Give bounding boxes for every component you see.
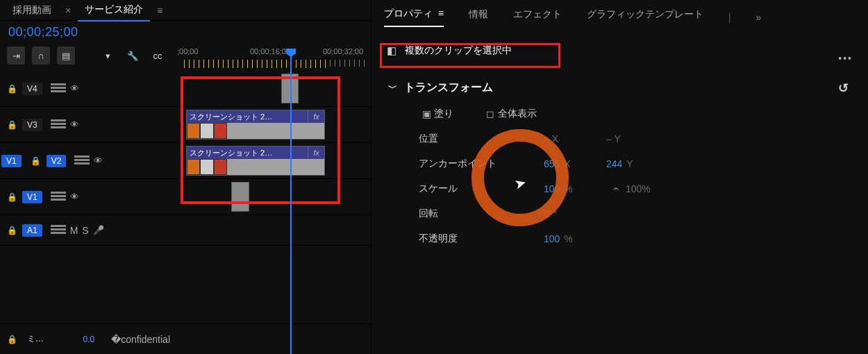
rotation-unit: ° (553, 208, 558, 219)
eye-icon[interactable]: 👁 (70, 192, 79, 202)
clip-v1[interactable] (231, 182, 249, 212)
time-ruler[interactable]: ;00;00 00;00;16;00 00;00;32;00 (184, 49, 371, 71)
timeline-panel: 採用動画 × サービス紹介 ≡ 00;00;25;00 ⇥ ∩ ▤ ▾ 🔧 cc… (0, 0, 372, 354)
target-v3[interactable]: V3 (22, 119, 42, 131)
eye-icon[interactable]: 👁 (94, 155, 103, 166)
scale-y-unit: % (642, 183, 650, 194)
fx-badge[interactable]: fx (308, 110, 324, 123)
clip-name: スクリーンショット 2… (187, 146, 308, 159)
mute-m[interactable]: M (70, 225, 78, 236)
target-a1[interactable]: A1 (22, 224, 42, 237)
clip-thumbnail (187, 123, 227, 139)
more-menu-icon[interactable]: ••• (838, 53, 853, 64)
section-title: トランスフォーム (404, 81, 493, 95)
clip-name: スクリーンショット 2… (187, 110, 308, 123)
scale-label: スケール (419, 183, 544, 195)
sync-lock-icon[interactable] (74, 155, 90, 167)
track-body-v3[interactable]: スクリーンショット 2… fx (184, 107, 371, 142)
selection-header-text: 複数のクリップを選択中 (405, 44, 512, 57)
reset-icon[interactable]: ↺ (838, 81, 849, 96)
target-v1[interactable]: V1 (22, 191, 42, 203)
overflow-chevron-icon[interactable]: » (756, 12, 760, 23)
sequence-tab-2[interactable]: サービス紹介 (78, 0, 150, 22)
voiceover-mic-icon[interactable]: 🎤 (93, 225, 104, 235)
track-v2: V1 🔒 V2 👁 スクリーンショット 2… fx (0, 143, 371, 179)
track-a1: 🔒 A1 M S 🎤 (0, 215, 371, 246)
insert-overwrite-icon[interactable]: ⇥ (7, 47, 25, 65)
track-body-a1[interactable] (184, 215, 371, 245)
section-header-transform[interactable]: ﹀ トランスフォーム ↺ (388, 81, 851, 95)
properties-panel: プロパティ ≡ 情報 エフェクト グラフィックテンプレート |» ◧ 複数のクリ… (372, 0, 868, 354)
position-y[interactable]: – Y (606, 133, 621, 144)
transform-section: ﹀ トランスフォーム ↺ ▣ 塗り ◻ 全体表示 位置 – X – Y アンカー… (388, 81, 851, 245)
clip-v2[interactable]: スクリーンショット 2… fx (186, 146, 325, 176)
track-v4: 🔒 V4 👁 (0, 71, 371, 107)
scale-x-unit: % (564, 183, 572, 194)
caption-icon[interactable]: cc (149, 47, 167, 65)
fx-badge[interactable]: fx (308, 146, 324, 159)
chevron-left-icon: × (65, 5, 71, 16)
sequence-tab-1[interactable]: 採用動画 (6, 0, 58, 21)
position-label: 位置 (419, 133, 544, 145)
track-body-v2[interactable]: スクリーンショット 2… fx (184, 143, 371, 178)
tab-info[interactable]: 情報 (469, 8, 488, 26)
wrench-icon[interactable]: 🔧 (124, 47, 142, 65)
fit-icon[interactable]: �confidential (111, 334, 170, 345)
tab-properties[interactable]: プロパティ ≡ (384, 8, 444, 27)
lock-icon[interactable]: 🔒 (6, 226, 18, 235)
mix-track-label[interactable]: ミ… (22, 332, 49, 346)
tab-graphics[interactable]: グラフィックテンプレート (587, 8, 703, 26)
sync-lock-icon[interactable] (51, 225, 66, 236)
sync-lock-icon[interactable] (51, 192, 66, 203)
sync-lock-icon[interactable] (51, 119, 66, 130)
opacity-label: 不透明度 (419, 233, 544, 245)
lock-icon[interactable]: 🔒 (30, 156, 42, 166)
target-v4[interactable]: V4 (22, 83, 42, 95)
anchor-x-unit: X (564, 158, 570, 169)
snap-magnet-icon[interactable]: ∩ (32, 47, 50, 65)
fill-label: 塗り (434, 108, 483, 120)
track-v3: 🔒 V3 👁 スクリーンショット 2… fx (0, 107, 371, 143)
position-x[interactable]: – X (544, 133, 558, 144)
ruler-label: 00;00;32;00 (323, 47, 363, 56)
zoom-value[interactable]: 0.0 (83, 335, 94, 344)
sync-lock-icon[interactable] (51, 83, 66, 94)
playhead-timecode[interactable]: 00;00;25;00 (0, 21, 371, 44)
playhead[interactable] (290, 49, 292, 354)
anchor-label: アンカーポイント (419, 158, 544, 170)
marker-icon[interactable]: ▾ (99, 47, 117, 65)
lock-icon[interactable]: 🔒 (6, 192, 18, 202)
chevron-down-icon: ﹀ (388, 82, 397, 94)
eye-icon[interactable]: 👁 (70, 83, 79, 94)
lock-icon[interactable]: 🔒 (6, 120, 18, 130)
rotation-value[interactable]: 0 (544, 208, 549, 219)
anchor-x[interactable]: 655 (544, 158, 560, 169)
rotation-label: 回転 (419, 208, 544, 220)
linked-selection-icon[interactable]: ▤ (57, 47, 75, 65)
source-v1[interactable]: V1 (1, 155, 22, 167)
solo-s[interactable]: S (82, 225, 88, 236)
tab-effects[interactable]: エフェクト (513, 8, 562, 26)
properties-tab-row: プロパティ ≡ 情報 エフェクト グラフィックテンプレート |» (372, 0, 868, 28)
eye-icon[interactable]: 👁 (70, 119, 79, 130)
track-body-v1[interactable] (184, 179, 371, 214)
scale-y[interactable]: 100 (626, 183, 642, 194)
clip-thumbnail (187, 159, 227, 175)
lock-icon[interactable]: 🔒 (6, 84, 18, 94)
sequence-menu-icon[interactable]: ≡ (157, 5, 162, 16)
clip-v3[interactable]: スクリーンショット 2… fx (186, 110, 325, 140)
fill-icon[interactable]: ▣ (419, 108, 434, 119)
track-body-v4[interactable] (184, 71, 371, 106)
scale-x[interactable]: 100 (544, 183, 560, 194)
lock-icon[interactable]: 🔒 (6, 335, 18, 344)
anchor-y-unit: Y (626, 158, 633, 169)
sequence-tabs: 採用動画 × サービス紹介 ≡ (0, 0, 371, 21)
uniform-scale-lock-icon[interactable]: 𝄐 (613, 183, 619, 195)
fullview-icon[interactable]: ◻ (483, 108, 498, 119)
track-area: 🔒 V4 👁 🔒 V3 👁 スクリーンショット 2… fx (0, 71, 371, 246)
ruler-ticks (184, 60, 371, 69)
anchor-y[interactable]: 244 (606, 158, 622, 169)
selection-header: ◧ 複数のクリップを選択中 (381, 40, 523, 61)
target-v2[interactable]: V2 (47, 155, 67, 167)
opacity-value[interactable]: 100 (544, 233, 560, 244)
